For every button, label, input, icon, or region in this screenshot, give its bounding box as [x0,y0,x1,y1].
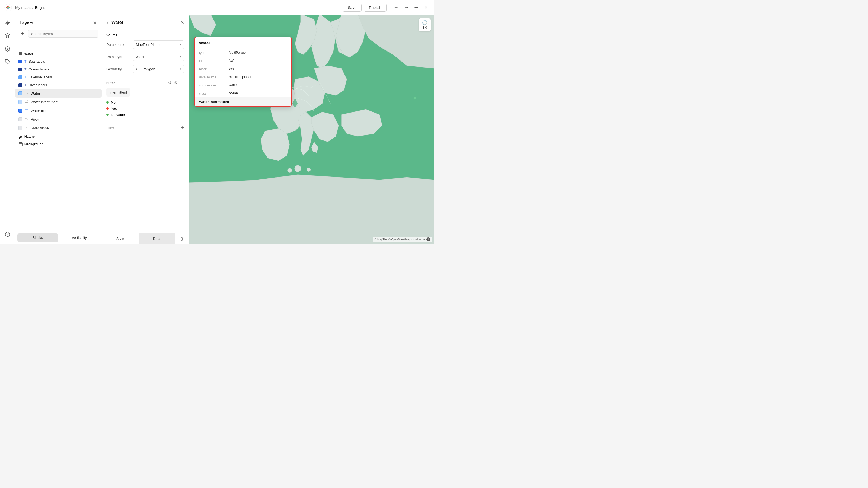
svg-point-14 [307,168,311,172]
layer-color-sea-labels [19,60,22,63]
layer-item-river-labels[interactable]: T River labels [15,81,102,89]
layer-color-water-offset [19,109,22,112]
help-icon-btn[interactable] [3,230,12,238]
layers-panel: Layers ✕ + ... Water T Sea labels [15,15,102,244]
layer-label-river: River [31,118,39,122]
svg-point-15 [414,97,416,99]
nature-group-label: Nature [24,135,35,138]
layer-item-river-tunnel[interactable]: River tunnel [15,124,102,132]
filter-settings-button[interactable]: ⚙ [174,80,178,85]
layer-label-river-labels: River labels [29,83,47,87]
center-panel: ◁ Water ✕ Source Data source MapTiler Pl… [102,15,189,244]
layer-item-sea-labels[interactable]: T Sea labels [15,58,102,65]
breadcrumb-link[interactable]: My maps [15,5,31,10]
map-area[interactable]: Water type MultiPolygon id N/A block Wat… [189,15,434,244]
data-source-label: Data source [106,42,131,46]
layer-text-icon-ocean: T [24,67,26,71]
layer-group-background: Background [15,140,102,148]
attribution-info-icon[interactable]: i [426,237,430,241]
zoom-value: 3.0 [423,26,427,30]
forward-nav-button[interactable]: → [402,3,410,11]
layers-add-button[interactable]: + [19,30,26,38]
filter-header: Filter ↺ ⚙ — [106,80,184,85]
filter-remove-button[interactable]: — [180,80,184,85]
filter-option-no-value-label: No value [111,113,125,117]
layer-item-water[interactable]: Water [15,89,102,98]
data-layer-select[interactable]: water ▾ [133,53,184,61]
popup-header: Water [195,37,291,49]
close-button[interactable]: ✕ [422,3,430,12]
line-icon-river-tunnel [24,126,29,130]
popup-row-type: type MultiPolygon [195,49,291,57]
layers-scroll-area: ... Water T Sea labels T Ocean labels [15,41,102,231]
svg-rect-6 [25,109,28,111]
layer-color-river [19,118,22,121]
center-tab-code[interactable]: {} [175,233,188,244]
layer-color-river-tunnel [19,126,22,130]
popup-row-class: class ocean [195,90,291,98]
layer-item-ocean-labels[interactable]: T Ocean labels [15,65,102,73]
popup-val-datasource: maptiler_planet [229,75,287,79]
filter-option-no-value[interactable]: No value [106,113,184,117]
puzzle-icon-btn[interactable] [3,58,12,66]
center-footer: Style Data {} [102,233,188,244]
popup-body: type MultiPolygon id N/A block Water dat… [195,49,291,106]
geometry-select[interactable]: Polygon ▾ [133,65,184,73]
data-source-field: Data source MapTiler Planet ▾ [106,40,184,49]
add-filter-label: Filter [106,126,181,130]
menu-button[interactable]: ☰ [412,3,420,12]
popup-row-sourcelayer: source-layer water [195,82,291,90]
publish-button[interactable]: Publish [364,3,386,12]
search-input[interactable] [28,30,98,38]
source-section-label: Source [106,33,184,37]
layer-item-water-intermittent[interactable]: Water intermittent [15,98,102,106]
svg-rect-7 [19,142,22,146]
data-source-select[interactable]: MapTiler Planet ▾ [133,40,184,49]
lightning-icon-btn[interactable] [3,19,12,27]
back-nav-button[interactable]: ← [392,3,400,11]
layer-item-river[interactable]: River [15,115,102,124]
filter-option-yes[interactable]: Yes [106,106,184,110]
center-content: Source Data source MapTiler Planet ▾ Dat… [102,29,188,233]
polygon-geometry-icon [136,67,140,71]
filter-section-label: Filter [106,81,168,85]
layers-icon-btn[interactable] [3,31,12,40]
filter-tag: intermittent [106,88,130,97]
water-group-label: Water [24,52,33,56]
data-layer-value: water [136,55,145,59]
footer-tab-verticality[interactable]: Verticality [59,233,100,242]
save-button[interactable]: Save [343,3,362,12]
filter-options: No Yes No value [106,100,184,117]
popup-key-type: type [199,51,229,55]
layer-item-water-offset[interactable]: Water offset [15,106,102,115]
layer-label-ocean-labels: Ocean labels [29,67,49,71]
center-close-button[interactable]: ✕ [180,20,184,26]
layers-search-row: + [15,29,102,41]
center-title: Water [112,20,178,25]
popup-row-datasource: data-source maptiler_planet [195,73,291,82]
footer-tab-blocks[interactable]: Blocks [18,233,58,242]
center-tab-style[interactable]: Style [102,233,138,244]
layer-label-sea-labels: Sea labels [29,59,45,63]
popup-key-datasource: data-source [199,75,229,79]
layer-label-water: Water [31,91,40,95]
filter-reset-button[interactable]: ↺ [168,80,172,85]
dot-yes [106,107,109,110]
layer-color-lakeline-labels [19,75,22,79]
filter-icons: ↺ ⚙ — [168,80,184,85]
filter-option-no[interactable]: No [106,100,184,104]
layer-text-icon-river-lbl: T [24,83,26,87]
layer-label-lakeline-labels: Lakeline labels [29,75,52,79]
polygon-icon-water-offset [24,108,29,113]
map-background: Water type MultiPolygon id N/A block Wat… [189,15,434,244]
layers-close-button[interactable]: ✕ [92,20,97,27]
data-source-value: MapTiler Planet [136,42,161,46]
geometry-value: Polygon [143,67,155,71]
center-tab-data[interactable]: Data [138,233,175,244]
add-filter-button[interactable]: + [181,125,184,131]
layer-text-icon: T [24,60,26,63]
settings-icon-btn[interactable] [3,44,12,53]
hidden-items-indicator: ... [15,43,102,50]
layer-item-lakeline-labels[interactable]: T Lakeline labels [15,73,102,81]
center-header: ◁ Water ✕ [102,15,188,29]
